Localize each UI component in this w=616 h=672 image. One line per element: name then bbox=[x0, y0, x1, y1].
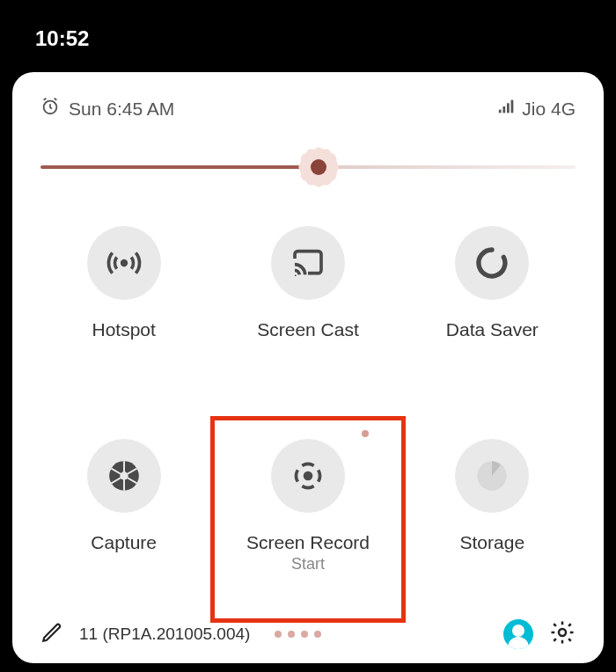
carrier-label: Jio 4G bbox=[522, 99, 576, 120]
svg-point-16 bbox=[559, 629, 566, 636]
status-bar: Sun 6:45 AM Jio 4G bbox=[40, 97, 576, 121]
tile-hotspot[interactable]: Hotspot bbox=[40, 219, 207, 379]
svg-rect-4 bbox=[511, 100, 514, 113]
tile-data-saver[interactable]: Data Saver bbox=[409, 219, 576, 379]
alarm-time-label: Sun 6:45 AM bbox=[69, 99, 174, 120]
data-saver-icon bbox=[455, 226, 529, 300]
tile-label: Hotspot bbox=[92, 319, 155, 340]
page-indicator[interactable] bbox=[275, 631, 321, 638]
tile-label: Storage bbox=[460, 532, 525, 553]
edit-icon[interactable] bbox=[40, 621, 63, 647]
svg-rect-1 bbox=[499, 110, 502, 113]
alarm-icon bbox=[40, 97, 60, 121]
svg-point-6 bbox=[295, 274, 297, 276]
tile-label: Data Saver bbox=[446, 319, 539, 340]
screen-record-icon bbox=[271, 439, 345, 513]
tile-label: Capture bbox=[91, 532, 157, 553]
cast-icon bbox=[271, 226, 345, 300]
svg-rect-3 bbox=[507, 103, 510, 113]
device-clock: 10:52 bbox=[35, 26, 89, 51]
settings-icon[interactable] bbox=[549, 619, 576, 649]
user-avatar-icon[interactable] bbox=[503, 619, 533, 649]
tile-sublabel: Start bbox=[291, 555, 325, 573]
svg-point-5 bbox=[120, 259, 127, 267]
quick-tiles-grid: Hotspot Screen Cast Data Saver bbox=[40, 219, 576, 612]
signal-icon bbox=[497, 97, 517, 121]
storage-icon bbox=[455, 439, 529, 513]
quick-settings-panel: Sun 6:45 AM Jio 4G bbox=[12, 72, 604, 663]
build-label[interactable]: 11 (RP1A.201005.004) bbox=[79, 625, 250, 644]
tile-screen-cast[interactable]: Screen Cast bbox=[224, 219, 391, 379]
status-left: Sun 6:45 AM bbox=[40, 97, 174, 121]
svg-point-14 bbox=[304, 471, 313, 481]
tile-storage[interactable]: Storage bbox=[409, 432, 576, 612]
attention-dot-icon bbox=[362, 430, 369, 437]
brightness-thumb[interactable] bbox=[304, 152, 334, 182]
capture-icon bbox=[87, 439, 161, 513]
tile-label: Screen Record bbox=[246, 532, 370, 553]
tile-screen-record[interactable]: Screen Record Start bbox=[224, 432, 391, 612]
status-right: Jio 4G bbox=[497, 97, 576, 121]
tile-capture[interactable]: Capture bbox=[40, 432, 207, 612]
tile-label: Screen Cast bbox=[257, 319, 359, 340]
hotspot-icon bbox=[87, 226, 161, 300]
brightness-slider[interactable] bbox=[40, 152, 576, 182]
svg-point-13 bbox=[120, 471, 128, 479]
panel-footer: 11 (RP1A.201005.004) bbox=[40, 612, 576, 653]
svg-rect-2 bbox=[503, 106, 506, 113]
